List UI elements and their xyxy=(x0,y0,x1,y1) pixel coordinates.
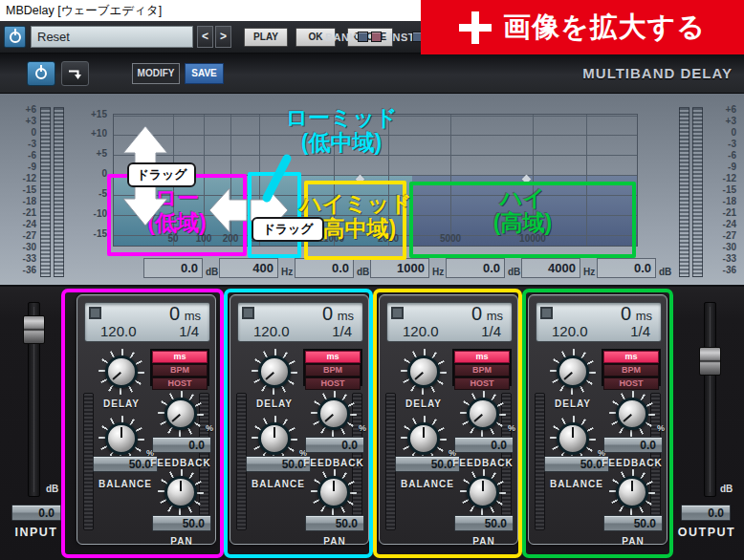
graph-db-tick-label: -10 xyxy=(84,208,107,219)
plus-icon xyxy=(459,11,492,44)
graph-db-tick-label: 0 xyxy=(84,168,107,179)
bank-color-swatch-2[interactable] xyxy=(371,32,382,42)
meter-scale-tick: -3 xyxy=(708,139,736,149)
band-label-high: ハイ(高域) xyxy=(409,185,636,235)
preset-field[interactable]: Reset xyxy=(31,26,193,48)
meter-scale-tick: -30 xyxy=(8,242,36,252)
meter-scale-tick: -9 xyxy=(8,162,36,172)
meter-scale-tick: -24 xyxy=(708,219,736,229)
band-value-item: 0.0dB xyxy=(446,258,520,278)
band-gain-value[interactable]: 0.0 xyxy=(446,258,505,278)
bank-label: BANK xyxy=(325,32,358,43)
enlarge-image-overlay[interactable]: 画像を拡大する xyxy=(421,0,744,54)
meter-scale-tick: -18 xyxy=(708,196,736,206)
input-gain-value[interactable]: 0.0 xyxy=(11,505,61,521)
meter-scale-tick: -12 xyxy=(8,173,36,183)
meter-scale-tick: +3 xyxy=(708,116,736,126)
band-slot-low-mid xyxy=(224,289,373,558)
band-slot-high xyxy=(522,289,673,558)
output-level-meter-l xyxy=(679,107,689,277)
meter-scale-tick: -9 xyxy=(708,162,736,172)
enlarge-image-label: 画像を拡大する xyxy=(503,9,706,47)
band-value-item: 0.0dB xyxy=(597,258,671,278)
meter-scale-tick: -33 xyxy=(8,253,36,264)
output-level-meter-r xyxy=(692,107,703,277)
meter-scale-tick: -3 xyxy=(8,139,36,149)
band-value-item: 1000Hz xyxy=(370,258,444,278)
band-value-item: 4000Hz xyxy=(521,258,595,278)
plugin-window: MBDelay [ウェーブエディタ] Reset < > PLAY OK CLO… xyxy=(0,0,744,560)
routing-button[interactable] xyxy=(61,61,89,86)
band-controls-section: dB 0.0 INPUT 0 ms 120.0 1/4 ms BPM HOST … xyxy=(0,287,744,560)
power-icon xyxy=(10,32,21,43)
graph-gridline-h xyxy=(114,155,637,156)
route-arrow-icon xyxy=(67,68,83,80)
modify-button[interactable]: MODIFY xyxy=(132,63,180,84)
meter-scale-tick: +3 xyxy=(8,116,36,126)
crossover-frequency-value[interactable]: 1000 xyxy=(370,258,429,278)
band-slot-low xyxy=(61,289,224,558)
value-unit-label: dB xyxy=(508,267,520,278)
value-unit-label: dB xyxy=(206,267,218,278)
meter-scale-tick: +6 xyxy=(8,104,36,115)
meter-scale-tick: -6 xyxy=(708,150,736,161)
band-value-item: 400Hz xyxy=(219,258,293,278)
meter-scale-tick: -21 xyxy=(8,207,36,218)
band-label-low-mid: ローミッド(低中域) xyxy=(251,105,432,155)
plugin-title: MULTIBAND DELAY xyxy=(582,54,733,94)
output-label: OUTPUT xyxy=(675,526,738,539)
plugin-header: MODIFY SAVE MULTIBAND DELAY xyxy=(0,54,744,94)
meter-scale-tick: -27 xyxy=(708,230,736,241)
meter-scale-tick: -6 xyxy=(8,150,36,161)
band-value-item: 0.0dB xyxy=(295,258,369,278)
output-gain-value[interactable]: 0.0 xyxy=(681,505,731,521)
input-db-unit: dB xyxy=(46,484,58,494)
band-gain-value[interactable]: 0.0 xyxy=(143,258,203,278)
meter-scale-tick: -36 xyxy=(708,265,736,275)
meter-scale-tick: -27 xyxy=(8,230,36,241)
output-fader-track[interactable] xyxy=(704,302,716,497)
value-unit-label: Hz xyxy=(432,267,444,278)
crossover-frequency-value[interactable]: 4000 xyxy=(521,258,580,278)
graph-db-tick-label: -5 xyxy=(84,188,107,199)
input-level-meter-l xyxy=(40,107,51,277)
meter-scale-tick: 0 xyxy=(8,127,36,138)
band-value-item: 0.0dB xyxy=(143,258,218,278)
meter-scale-tick: 0 xyxy=(708,127,736,138)
meter-scale-tick: -33 xyxy=(708,253,736,264)
meter-scale-tick: -21 xyxy=(708,207,736,218)
power-icon xyxy=(35,68,47,79)
meter-scale-tick: -24 xyxy=(8,219,36,229)
crossover-frequency-value[interactable]: 400 xyxy=(219,258,278,278)
play-button[interactable]: PLAY xyxy=(244,28,288,47)
bank-color-swatch[interactable] xyxy=(358,32,368,42)
drag-hint-badge-vertical: ドラッグ xyxy=(127,162,196,187)
input-fader-handle[interactable] xyxy=(23,315,45,344)
graph-db-tick-label: +5 xyxy=(84,148,107,159)
band-gain-value[interactable]: 0.0 xyxy=(295,258,354,278)
output-fader-handle[interactable] xyxy=(699,347,721,376)
inst-label: INST xyxy=(389,32,415,43)
crossover-display-section: +6+30-3-6-9-12-15-18-21-24-27-30-33-36 +… xyxy=(0,94,744,287)
input-label: INPUT xyxy=(6,526,67,539)
meter-scale-tick: -12 xyxy=(708,173,736,183)
meter-scale-tick: -30 xyxy=(708,242,736,252)
input-level-meter-r xyxy=(54,107,64,277)
drag-hint-badge-horizontal: ドラッグ xyxy=(252,217,324,242)
value-unit-label: Hz xyxy=(583,267,595,278)
next-preset-button[interactable]: > xyxy=(215,26,231,48)
band-gain-value[interactable]: 0.0 xyxy=(597,258,656,278)
value-unit-label: dB xyxy=(357,267,369,278)
output-db-unit: dB xyxy=(720,484,733,494)
meter-scale-tick: -18 xyxy=(8,196,36,206)
plugin-power-button[interactable] xyxy=(27,61,55,86)
save-button[interactable]: SAVE xyxy=(185,63,224,84)
graph-db-tick-label: +10 xyxy=(84,128,107,139)
value-unit-label: Hz xyxy=(281,267,293,278)
graph-db-tick-label: -15 xyxy=(84,228,107,239)
meter-scale-tick: -15 xyxy=(708,184,736,195)
prev-preset-button[interactable]: < xyxy=(197,26,213,48)
meter-scale-tick: -36 xyxy=(8,265,36,275)
bypass-power-button[interactable] xyxy=(4,26,26,48)
meter-scale-tick: +6 xyxy=(708,104,736,115)
